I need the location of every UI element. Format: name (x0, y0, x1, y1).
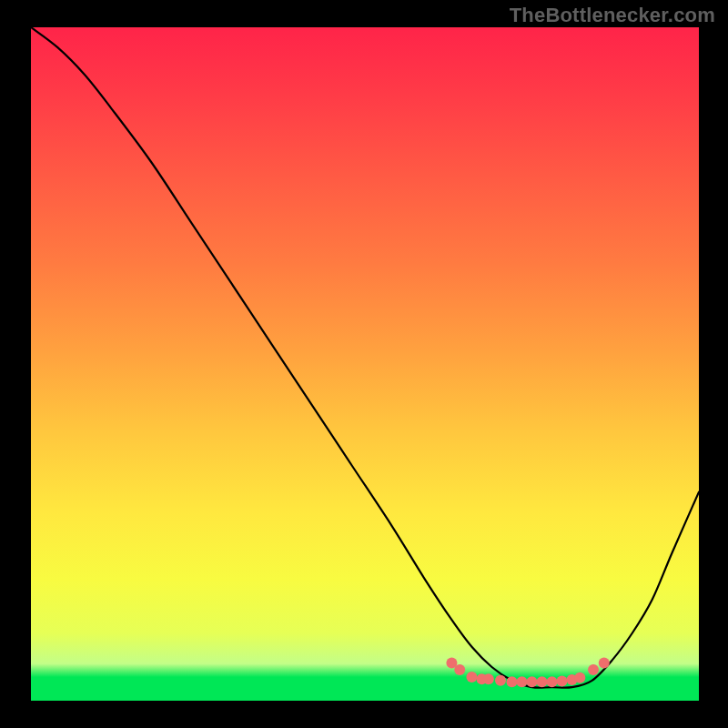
dot (557, 676, 568, 687)
dot (537, 676, 548, 687)
dot (506, 676, 517, 687)
dot (599, 658, 610, 669)
dot (454, 664, 465, 675)
dot (466, 672, 477, 682)
dot (574, 672, 585, 683)
dot (527, 676, 538, 687)
dot (516, 676, 527, 687)
chart-svg (31, 27, 699, 701)
gradient-plane (31, 27, 699, 701)
watermark-text: TheBottlenecker.com (510, 4, 715, 27)
dot (547, 676, 558, 687)
dot (588, 664, 599, 675)
dot (483, 673, 494, 684)
dot (495, 675, 506, 686)
plot-area (31, 27, 699, 701)
chart-stage: TheBottlenecker.com (0, 0, 728, 728)
